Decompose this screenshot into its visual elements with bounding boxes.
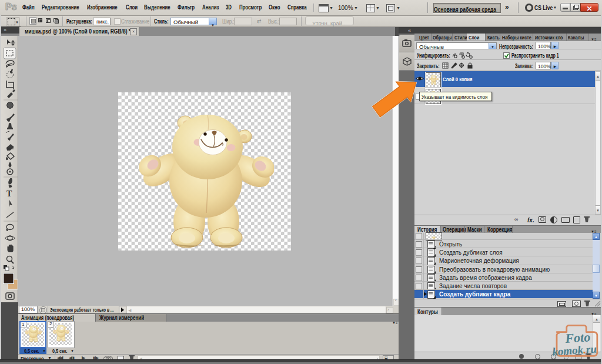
svg-text:T: T — [6, 189, 12, 198]
